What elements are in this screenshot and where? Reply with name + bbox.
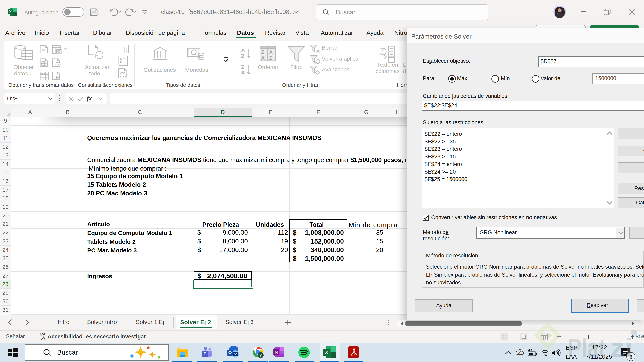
svg-text:A: A bbox=[269, 49, 273, 55]
svg-text:A: A bbox=[241, 47, 245, 53]
svg-text:X: X bbox=[9, 10, 12, 14]
svg-text:N: N bbox=[274, 350, 278, 355]
svg-text:Z: Z bbox=[241, 53, 244, 59]
svg-text:T: T bbox=[204, 352, 206, 356]
svg-text:X: X bbox=[325, 350, 328, 355]
svg-text:A: A bbox=[261, 55, 265, 60]
svg-text:Z: Z bbox=[261, 49, 264, 55]
svg-text:O: O bbox=[228, 350, 232, 355]
svg-text:Z: Z bbox=[241, 64, 244, 70]
svg-text:Y: Y bbox=[259, 353, 262, 358]
svg-text:Z: Z bbox=[269, 55, 272, 60]
svg-text:A: A bbox=[241, 70, 245, 76]
